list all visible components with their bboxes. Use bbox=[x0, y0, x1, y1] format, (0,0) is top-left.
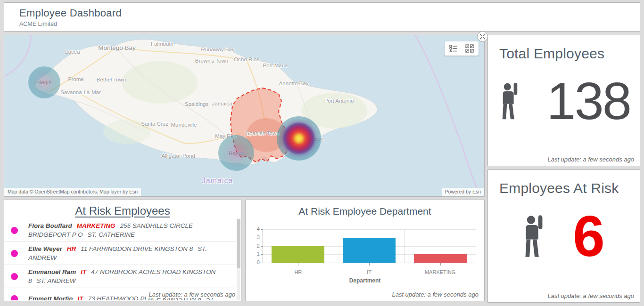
last-update-text: Last update: a few seconds ago bbox=[146, 291, 235, 298]
total-employees-value: 138 bbox=[546, 75, 630, 128]
page-subtitle: ACME Limited bbox=[19, 21, 640, 27]
employee-details: Emmanuel RamIT47 NORBROOK ACRES ROAD KIN… bbox=[28, 267, 233, 285]
map-attribution: Map data © OpenStreetMap contributors, M… bbox=[4, 188, 484, 196]
last-update-text: Last update: a few seconds ago bbox=[389, 291, 479, 298]
last-update-text: Last update: a few seconds ago bbox=[545, 292, 634, 299]
at-risk-list-body: Flora BouffardMARKETING255 SANDHILLS CIR… bbox=[4, 219, 236, 300]
y-axis-tick-label: 4 bbox=[248, 226, 260, 232]
department-chart-panel: At Risk Employee Department 01234HRITMAR… bbox=[245, 200, 485, 301]
bar-it[interactable] bbox=[343, 238, 396, 263]
last-update-text: Last update: a few seconds ago bbox=[545, 156, 634, 163]
employee-location-dot bbox=[11, 250, 18, 257]
map-label-frome: Frome bbox=[68, 76, 83, 82]
map-label-annotto-bay: Annotto Bay bbox=[279, 81, 309, 86]
map-label-alligator-pond: Alligator Pond bbox=[161, 153, 195, 159]
person-icon bbox=[523, 215, 545, 258]
y-axis-tick-label: 1 bbox=[248, 251, 260, 257]
total-employees-panel: Total Employees 138 Last update: a few s… bbox=[487, 35, 640, 166]
employee-department: MARKETING bbox=[77, 222, 116, 229]
employee-location-dot bbox=[11, 227, 18, 234]
attribution-text: Map data © OpenStreetMap contributors, M… bbox=[4, 188, 141, 196]
map-label-mandeville: Mandeville bbox=[171, 122, 197, 128]
map-label-ocho-rios: Ocho Rios bbox=[234, 56, 259, 62]
map-label-spaldings: Spaldings bbox=[185, 101, 209, 107]
total-employees-title: Total Employees bbox=[488, 35, 640, 62]
employees-at-risk-title: Employees At Risk bbox=[488, 170, 640, 196]
x-axis-tick bbox=[298, 263, 298, 266]
employee-department: HR bbox=[67, 245, 76, 252]
at-risk-row[interactable]: Flora BouffardMARKETING255 SANDHILLS CIR… bbox=[4, 219, 236, 242]
employee-parish: ST. CATHERINE bbox=[88, 231, 135, 238]
map-label-runaway-bay: Runaway Bay bbox=[201, 47, 235, 52]
map-labels: LuceaMontego BayFalmouthRunaway BayBrown… bbox=[4, 35, 484, 196]
chart-plot-area: 01234HRITMARKETING bbox=[246, 200, 484, 301]
employees-at-risk-panel: Employees At Risk 6 Last update: a few s… bbox=[487, 169, 640, 303]
employee-name: Ellie Weyer bbox=[28, 245, 62, 252]
map-label-kingston: Kingston bbox=[303, 136, 324, 142]
legend-icon[interactable] bbox=[449, 44, 458, 53]
at-risk-row[interactable]: Ellie WeyerHR11 FARRINGDON DRIVE KINGSTO… bbox=[4, 242, 236, 265]
map-label-falmouth: Falmouth bbox=[151, 41, 173, 47]
map-label-spanish-town: Spanish Town bbox=[246, 130, 279, 136]
x-axis-tick bbox=[369, 263, 370, 266]
category-separator bbox=[405, 229, 405, 263]
esri-credit: Powered by Esri bbox=[442, 188, 484, 196]
map-label-may-pen: May Pen bbox=[215, 133, 236, 139]
map-label-brown-s-town: Brown's Town bbox=[195, 58, 228, 64]
employee-name: Flora Bouffard bbox=[28, 222, 72, 229]
employee-department: IT bbox=[78, 295, 83, 301]
bar-marketing[interactable] bbox=[414, 254, 467, 263]
employee-details: Ellie WeyerHR11 FARRINGDON DRIVE KINGSTO… bbox=[28, 244, 233, 262]
at-risk-list-title: At Risk Employees bbox=[4, 204, 241, 217]
x-axis-tick bbox=[440, 263, 441, 266]
map-label-port-maria: Port Maria bbox=[263, 63, 288, 68]
x-axis-tick-label: MARKETING bbox=[405, 269, 476, 275]
map-toolbar bbox=[445, 41, 479, 56]
map-panel[interactable]: LuceaMontego BayFalmouthRunaway BayBrown… bbox=[4, 35, 485, 197]
chart-y-axis bbox=[263, 229, 263, 263]
y-axis-tick-label: 0 bbox=[248, 259, 260, 265]
employee-name: Emmanuel Ram bbox=[28, 268, 76, 275]
person-icon bbox=[500, 82, 520, 120]
x-axis-tick-label: IT bbox=[334, 269, 405, 275]
y-axis-tick-label: 3 bbox=[248, 234, 260, 240]
chart-xaxis-label: Department bbox=[246, 277, 484, 284]
map-label-port-antonio: Port Antonio bbox=[324, 98, 354, 104]
employee-location-dot bbox=[11, 295, 18, 301]
y-axis-tick-label: 2 bbox=[248, 243, 260, 249]
x-axis-tick-label: HR bbox=[263, 269, 334, 275]
list-scrollbar-thumb[interactable] bbox=[237, 219, 240, 268]
employees-at-risk-value: 6 bbox=[573, 208, 605, 265]
map-canvas[interactable]: LuceaMontego BayFalmouthRunaway BayBrown… bbox=[4, 35, 484, 196]
dashboard-header: Employee Dashboard ACME Limited bbox=[4, 2, 640, 32]
employee-name: Emmett Morfin bbox=[28, 295, 73, 301]
map-label-jamaica: Jamaica bbox=[212, 101, 232, 106]
employee-details: Flora BouffardMARKETING255 SANDHILLS CIR… bbox=[28, 221, 233, 239]
employee-address: 11 FARRINGDON DRIVE KINGSTON 8 bbox=[81, 245, 193, 252]
employee-department: IT bbox=[81, 268, 86, 275]
map-label-hayes: Hayes bbox=[229, 150, 244, 156]
employee-parish: ST. ANDREW bbox=[37, 277, 76, 284]
map-label-bethel-town: Bethel Town bbox=[97, 77, 126, 82]
map-label-montego-bay: Montego Bay bbox=[98, 44, 136, 51]
map-label-savanna-la-mar: Savanna-La-Mar bbox=[60, 89, 101, 95]
at-risk-row[interactable]: Emmanuel RamIT47 NORBROOK ACRES ROAD KIN… bbox=[4, 265, 236, 288]
chart-gridline bbox=[263, 229, 476, 230]
category-separator bbox=[334, 229, 334, 263]
basemap-grid-icon[interactable] bbox=[465, 44, 474, 53]
map-label-country: Jamaica bbox=[202, 177, 233, 185]
expand-arrows-icon[interactable] bbox=[477, 31, 488, 42]
map-label-santa-cruz: Santa Cruz bbox=[141, 121, 168, 127]
map-label-lucea: Lucea bbox=[65, 49, 80, 55]
list-scrollbar[interactable] bbox=[237, 219, 240, 300]
at-risk-employees-panel: At Risk Employees Flora BouffardMARKETIN… bbox=[4, 200, 241, 301]
bar-hr[interactable] bbox=[272, 246, 324, 263]
map-label-negril: Negril bbox=[37, 80, 51, 85]
page-title: Employee Dashboard bbox=[19, 7, 640, 19]
employee-location-dot bbox=[11, 273, 18, 280]
